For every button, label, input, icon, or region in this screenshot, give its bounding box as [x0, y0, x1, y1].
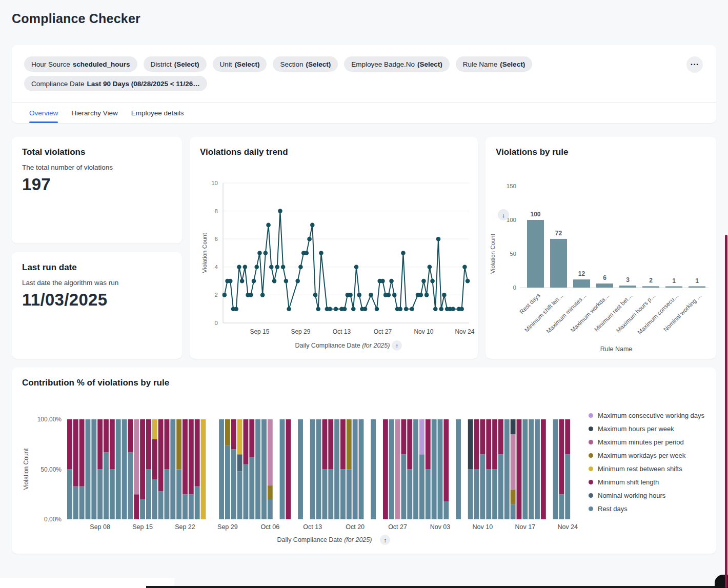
legend-item-minimum-shift-length[interactable]: Minimum shift length [589, 478, 704, 486]
rule-bar[interactable] [550, 239, 567, 288]
stack-segment-rest-days[interactable] [176, 470, 181, 520]
stack-segment-minimum-shift-length[interactable] [492, 419, 497, 470]
stack-segment-rest-days[interactable] [353, 419, 358, 519]
trend-point[interactable] [295, 279, 300, 283]
trend-point[interactable] [313, 293, 318, 297]
trend-point[interactable] [243, 265, 248, 270]
stack-segment-minimum-shift-length[interactable] [158, 419, 164, 491]
trend-point[interactable] [249, 293, 253, 297]
stack-segment-rest-days[interactable] [340, 470, 346, 520]
trend-point[interactable] [342, 307, 347, 311]
stack-segment-rest-days[interactable] [146, 470, 151, 520]
trend-point[interactable] [307, 237, 312, 241]
trend-point[interactable] [328, 307, 332, 311]
stack-segment-rest-days[interactable] [316, 419, 321, 519]
trend-point[interactable] [260, 293, 265, 297]
trend-point[interactable] [287, 307, 291, 311]
filter-pill-district[interactable]: District(Select) [144, 56, 207, 72]
trend-point[interactable] [278, 209, 282, 213]
stack-segment-minimum-shift-length[interactable] [104, 419, 109, 452]
stack-segment-minimum-shift-length[interactable] [340, 419, 346, 470]
stack-segment-minimum-shift-length[interactable] [383, 419, 388, 519]
trend-point[interactable] [240, 279, 245, 283]
trend-point[interactable] [348, 293, 353, 297]
stack-segment-maximum-workdays-per-week[interactable] [225, 419, 230, 445]
stack-segment-minimum-shift-length[interactable] [559, 419, 564, 494]
stack-segment-rest-days[interactable] [486, 470, 491, 520]
sort-descending-button[interactable]: ↓ [498, 209, 509, 220]
sort-ascending-button[interactable]: ↑ [392, 340, 402, 351]
stack-segment-rest-days[interactable] [67, 470, 72, 520]
trend-point[interactable] [266, 223, 271, 228]
trend-point[interactable] [428, 265, 432, 270]
filter-pill-employee-badge-no[interactable]: Employee Badge.No(Select) [344, 56, 450, 72]
stack-segment-rest-days[interactable] [438, 419, 443, 519]
stack-segment-rest-days[interactable] [219, 419, 224, 519]
filter-pill-hour-source[interactable]: Hour Sourcescheduled_hours [24, 56, 137, 72]
trend-point[interactable] [237, 265, 241, 270]
stack-segment-minimum-shift-length[interactable] [401, 419, 406, 454]
trend-point[interactable] [389, 279, 394, 283]
stack-segment-rest-days[interactable] [407, 470, 412, 520]
trend-point[interactable] [430, 279, 435, 283]
trend-point[interactable] [357, 293, 361, 297]
right-scrollbar[interactable] [725, 235, 727, 588]
stack-segment-minimum-shift-length[interactable] [486, 419, 491, 470]
stack-segment-minimum-shift-length[interactable] [195, 419, 200, 486]
trend-point[interactable] [281, 265, 286, 270]
trend-point[interactable] [451, 307, 455, 311]
stack-segment-rest-days[interactable] [152, 479, 157, 519]
stack-segment-rest-days[interactable] [328, 470, 333, 520]
stack-segment-rest-days[interactable] [97, 470, 103, 520]
rule-bar[interactable] [573, 279, 590, 288]
stack-segment-rest-days[interactable] [322, 470, 328, 520]
stack-segment-rest-days[interactable] [401, 454, 406, 519]
stack-segment-rest-days[interactable] [492, 470, 497, 520]
stack-segment-rest-days[interactable] [165, 470, 170, 520]
stack-segment-rest-days[interactable] [480, 454, 485, 519]
stack-segment-minimum-shift-length[interactable] [426, 419, 431, 470]
trend-point[interactable] [421, 279, 426, 283]
stack-segment-minimum-rest-between-shifts[interactable] [237, 419, 242, 454]
stack-segment-maximum-workdays-per-week[interactable] [511, 490, 516, 504]
stack-segment-rest-days[interactable] [73, 486, 78, 519]
trend-point[interactable] [252, 279, 256, 283]
stack-segment-rest-days[interactable] [468, 470, 473, 520]
stack-segment-minimum-shift-length[interactable] [517, 419, 522, 519]
trend-point[interactable] [369, 293, 373, 297]
rule-bar[interactable] [665, 287, 682, 288]
stack-segment-minimum-shift-length[interactable] [128, 419, 133, 452]
trend-point[interactable] [424, 293, 429, 297]
stack-segment-rest-days[interactable] [237, 471, 242, 519]
stack-segment-maximum-minutes-per-period[interactable] [395, 419, 400, 519]
trend-point[interactable] [275, 265, 279, 270]
stack-segment-rest-days[interactable] [474, 470, 479, 520]
stack-segment-minimum-shift-length[interactable] [67, 419, 72, 470]
stack-segment-rest-days[interactable] [389, 419, 394, 519]
stack-segment-rest-days[interactable] [456, 419, 461, 519]
stack-segment-rest-days[interactable] [225, 445, 230, 519]
stack-segment-rest-days[interactable] [110, 470, 115, 520]
stack-segment-maximum-minutes-per-period[interactable] [134, 419, 139, 494]
trend-point[interactable] [272, 279, 277, 283]
trend-point[interactable] [459, 307, 464, 311]
stack-segment-minimum-shift-length[interactable] [140, 419, 145, 499]
stack-segment-rest-days[interactable] [553, 419, 558, 519]
stack-segment-minimum-rest-between-shifts[interactable] [201, 419, 206, 519]
stack-segment-rest-days[interactable] [79, 486, 85, 519]
trend-point[interactable] [228, 279, 233, 283]
stack-segment-minimum-shift-length[interactable] [183, 419, 188, 494]
stack-segment-minimum-shift-length[interactable] [189, 419, 194, 494]
stack-segment-rest-days[interactable] [432, 419, 437, 519]
stack-segment-rest-days[interactable] [498, 454, 503, 519]
trend-point[interactable] [439, 307, 443, 311]
trend-point[interactable] [363, 307, 368, 311]
rule-bar[interactable] [527, 220, 544, 288]
trend-point[interactable] [351, 307, 356, 311]
trend-point[interactable] [462, 265, 467, 270]
trend-point[interactable] [375, 307, 379, 311]
trend-point[interactable] [319, 251, 323, 255]
stack-segment-rest-days[interactable] [140, 499, 145, 519]
trend-point[interactable] [305, 251, 309, 255]
stack-segment-minimum-shift-length[interactable] [152, 439, 157, 479]
